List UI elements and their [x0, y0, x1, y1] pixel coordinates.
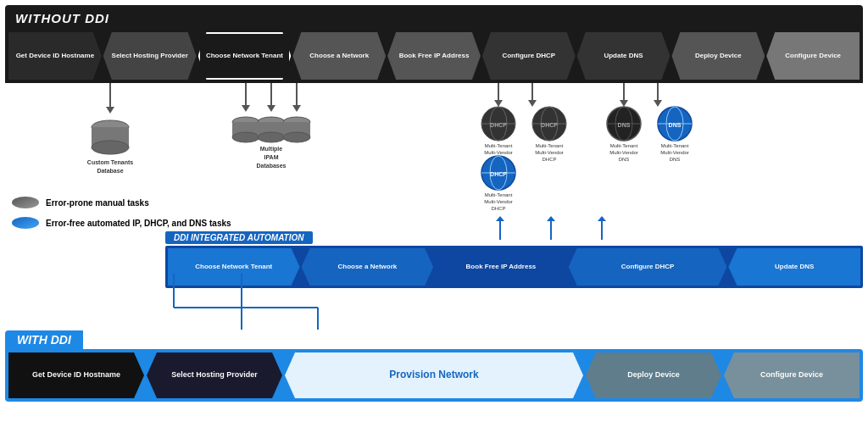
svg-marker-71	[496, 216, 504, 221]
svg-text:Multi-Tenant: Multi-Tenant	[485, 192, 513, 197]
ipam-db-area: Multiple IPAM Databases	[220, 83, 322, 180]
svg-text:DNS: DNS	[670, 157, 681, 162]
svg-text:IPAM: IPAM	[264, 154, 279, 160]
svg-text:Database: Database	[97, 168, 123, 174]
step-deploy-device-inner: Deploy Device	[671, 32, 765, 80]
step-configure-dhcp: Configure DHCP	[482, 32, 576, 80]
svg-marker-44	[620, 100, 628, 107]
svg-point-4	[92, 141, 129, 154]
svg-marker-26	[494, 100, 503, 107]
svg-text:Multi-Vendor: Multi-Vendor	[535, 150, 564, 155]
step-select-hosting-inner: Select Hosting Provider	[103, 32, 197, 80]
svg-point-15	[232, 132, 259, 142]
svg-text:Multi-Tenant: Multi-Tenant	[536, 143, 564, 148]
step-configure-device: Configure Device	[766, 32, 860, 80]
ddi-step-book-ip-inner: Book Free IP Address	[435, 248, 567, 286]
wddi-step-hosting: Select Hosting Provider	[147, 352, 282, 398]
without-ddi-banner: WITHOUT DDI	[5, 5, 863, 31]
ddi-step-configure-dhcp: Configure DHCP	[569, 248, 727, 286]
step-book-ip-inner: Book Free IP Address	[387, 32, 481, 80]
legend: Error-prone manual tasks Error-free auto…	[10, 195, 231, 230]
ddi-automation-banner: DDI INTEGRATED AUTOMATION	[165, 231, 313, 244]
svg-text:Multi-Tenant: Multi-Tenant	[610, 143, 638, 148]
svg-point-18	[258, 132, 285, 142]
svg-marker-75	[598, 216, 606, 221]
step-update-dns: Update DNS	[577, 32, 670, 80]
step-configure-device-inner: Configure Device	[766, 32, 860, 80]
main-content: WITHOUT DDI Get Device ID Hostname Selec…	[0, 0, 868, 444]
step-choose-network-inner: Choose a Network	[292, 32, 386, 80]
legend-manual: Error-prone manual tasks	[10, 195, 231, 210]
step-deploy-device: Deploy Device	[671, 32, 765, 80]
svg-marker-73	[547, 216, 555, 221]
svg-text:Databases: Databases	[256, 163, 286, 169]
legend-auto-text: Error-free automated IP, DHCP, and DNS t…	[46, 219, 231, 228]
step-configure-dhcp-inner: Configure DHCP	[482, 32, 576, 80]
wddi-step-deploy: Deploy Device	[586, 352, 721, 398]
with-ddi-pipeline: Get Device ID Hostname Select Hosting Pr…	[5, 349, 863, 402]
legend-auto-icon	[10, 215, 41, 230]
svg-text:DHCP: DHCP	[490, 171, 507, 177]
top-pipeline: Get Device ID Hostname Select Hosting Pr…	[5, 29, 863, 83]
wddi-step-provision: Provision Network	[285, 352, 583, 398]
svg-point-69	[12, 217, 39, 229]
svg-text:DHCP: DHCP	[490, 122, 507, 128]
step-choose-network-tenant-inner: Choose Network Tenant	[198, 32, 292, 80]
dhcp-blue-area: DHCP Multi-Tenant Multi-Vendor DHCP	[473, 142, 524, 227]
svg-point-68	[12, 197, 39, 208]
svg-marker-12	[292, 105, 301, 112]
svg-text:DNS: DNS	[669, 122, 682, 128]
wddi-step-get-device: Get Device ID Hostname	[8, 352, 144, 398]
svg-text:DHCP: DHCP	[491, 206, 505, 211]
svg-text:DHCP: DHCP	[542, 157, 556, 162]
svg-text:DNS: DNS	[619, 157, 630, 162]
legend-manual-icon	[10, 195, 41, 210]
wddi-step-hosting-inner: Select Hosting Provider	[147, 352, 282, 398]
svg-text:Multi-Vendor: Multi-Vendor	[660, 150, 689, 155]
svg-marker-10	[267, 105, 275, 112]
step-get-device: Get Device ID Hostname	[8, 32, 102, 80]
ddi-step-update-dns-inner: Update DNS	[728, 248, 860, 286]
svg-text:Multi-Tenant: Multi-Tenant	[661, 143, 689, 148]
step-choose-network-tenant: Choose Network Tenant	[198, 32, 292, 80]
svg-text:DHCP: DHCP	[541, 122, 558, 128]
wddi-step-provision-inner: Provision Network	[285, 352, 583, 398]
step-choose-network: Choose a Network	[292, 32, 386, 80]
svg-marker-8	[242, 105, 250, 112]
wddi-step-get-device-inner: Get Device ID Hostname	[8, 352, 144, 398]
svg-text:Custom Tenants: Custom Tenants	[87, 159, 133, 165]
svg-marker-1	[106, 107, 114, 114]
step-update-dns-inner: Update DNS	[577, 32, 670, 80]
ddi-step-configure-dhcp-inner: Configure DHCP	[569, 248, 727, 286]
svg-text:Multi-Vendor: Multi-Vendor	[609, 150, 638, 155]
step-get-device-inner: Get Device ID Hostname	[8, 32, 102, 80]
ddi-step-book-ip: Book Free IP Address	[435, 248, 567, 286]
svg-marker-28	[528, 100, 537, 107]
with-ddi-section: WITH DDI Get Device ID Hostname Select H…	[5, 330, 863, 402]
svg-point-21	[283, 132, 310, 142]
step-book-ip: Book Free IP Address	[387, 32, 481, 80]
with-ddi-banner: WITH DDI	[5, 330, 83, 349]
connector-lines	[165, 274, 326, 331]
step-select-hosting: Select Hosting Provider	[103, 32, 197, 80]
wddi-step-configure-inner: Configure Device	[724, 352, 860, 398]
wddi-step-deploy-inner: Deploy Device	[586, 352, 721, 398]
svg-text:DNS: DNS	[618, 122, 631, 128]
svg-marker-46	[654, 100, 662, 107]
dns-dark-area: DNS Multi-Tenant Multi-Vendor DNS DNS Mu…	[598, 83, 700, 180]
svg-text:Multiple: Multiple	[260, 146, 283, 153]
legend-manual-text: Error-prone manual tasks	[46, 198, 149, 208]
ddi-step-update-dns: Update DNS	[728, 248, 860, 286]
custom-tenants-area: Custom Tenants Database	[68, 83, 136, 176]
svg-text:Multi-Vendor: Multi-Vendor	[484, 199, 513, 204]
without-ddi-title: WITHOUT DDI	[15, 11, 109, 25]
wddi-step-configure: Configure Device	[724, 352, 860, 398]
